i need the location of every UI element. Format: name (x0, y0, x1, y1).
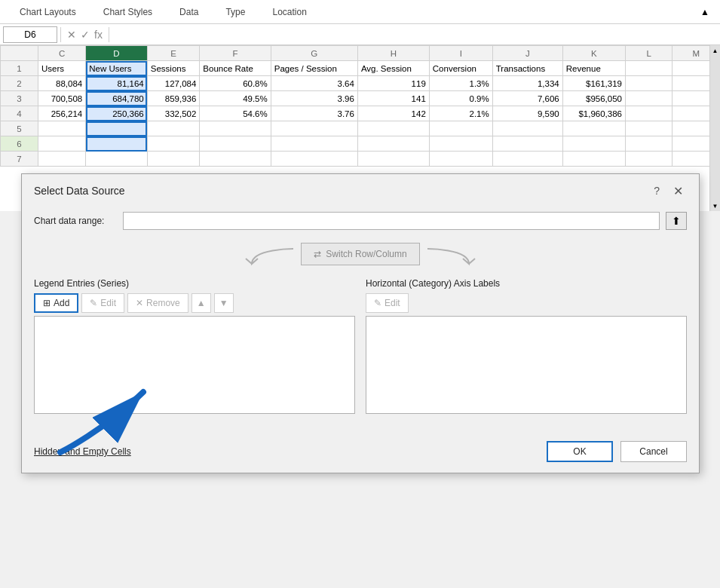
cell-D4[interactable]: 250,366 (86, 106, 148, 121)
cell-K2[interactable]: $161,319 (562, 76, 625, 91)
cancel-btn[interactable]: Cancel (620, 441, 687, 462)
cell-C5[interactable] (38, 121, 86, 136)
cell-J2[interactable]: 1,334 (492, 76, 562, 91)
ribbon-chart-styles[interactable]: Chart Styles (90, 0, 166, 24)
cell-I7[interactable] (429, 152, 492, 167)
cell-D7[interactable] (86, 152, 148, 167)
ribbon-type[interactable]: Type (212, 0, 259, 24)
series-move-up-btn[interactable]: ▲ (191, 293, 211, 313)
cell-G6[interactable] (271, 136, 357, 152)
scroll-down-btn[interactable]: ▼ (710, 201, 720, 211)
legend-entries-list[interactable] (34, 316, 355, 414)
cell-F4[interactable]: 54.6% (200, 106, 271, 121)
cell-K5[interactable] (562, 121, 625, 136)
cell-K1[interactable]: Revenue (562, 61, 625, 76)
remove-series-btn[interactable]: ✕ Remove (127, 293, 188, 313)
ok-btn[interactable]: OK (547, 441, 613, 462)
cell-F2[interactable]: 60.8% (200, 76, 271, 91)
cell-E5[interactable] (147, 121, 200, 136)
edit-axis-btn[interactable]: ✎ Edit (366, 293, 409, 313)
cell-E2[interactable]: 127,084 (147, 76, 200, 91)
ribbon-location[interactable]: Location (259, 0, 320, 24)
cell-I5[interactable] (429, 121, 492, 136)
cell-G3[interactable]: 3.96 (271, 91, 357, 106)
cell-D1[interactable]: New Users (86, 61, 148, 76)
ribbon-data[interactable]: Data (166, 0, 212, 24)
cell-I2[interactable]: 1.3% (429, 76, 492, 91)
cell-reference-input[interactable] (3, 26, 57, 43)
cell-C1[interactable]: Users (38, 61, 86, 76)
cell-H6[interactable] (357, 136, 429, 152)
cell-K4[interactable]: $1,960,386 (562, 106, 625, 121)
cell-F7[interactable] (200, 152, 271, 167)
formula-input[interactable] (112, 26, 717, 43)
cell-G4[interactable]: 3.76 (271, 106, 357, 121)
cell-H7[interactable] (357, 152, 429, 167)
ribbon-collapse-btn[interactable]: ▲ (696, 3, 714, 21)
cell-L1[interactable] (625, 61, 673, 76)
cell-F6[interactable] (200, 136, 271, 152)
cell-G5[interactable] (271, 121, 357, 136)
cell-I1[interactable]: Conversion (429, 61, 492, 76)
cell-I4[interactable]: 2.1% (429, 106, 492, 121)
cell-L6[interactable] (625, 136, 673, 152)
cell-J4[interactable]: 9,590 (492, 106, 562, 121)
cell-E1[interactable]: Sessions (147, 61, 200, 76)
col-header-C[interactable]: C (38, 46, 86, 61)
ribbon-chart-layouts[interactable]: Chart Layouts (6, 0, 90, 24)
cell-D3[interactable]: 684,780 (86, 91, 148, 106)
edit-series-btn[interactable]: ✎ Edit (81, 293, 124, 313)
cell-F3[interactable]: 49.5% (200, 91, 271, 106)
cell-C2[interactable]: 88,084 (38, 76, 86, 91)
dialog-help-btn[interactable]: ? (654, 185, 660, 197)
chart-range-input[interactable] (123, 212, 660, 230)
confirm-formula-icon[interactable]: ✓ (81, 29, 90, 41)
cell-H5[interactable] (357, 121, 429, 136)
cancel-formula-icon[interactable]: ✕ (67, 29, 76, 41)
cell-D2[interactable]: 81,164 (86, 76, 148, 91)
cell-H4[interactable]: 142 (357, 106, 429, 121)
axis-labels-list[interactable] (366, 316, 687, 414)
cell-H2[interactable]: 119 (357, 76, 429, 91)
cell-K6[interactable] (562, 136, 625, 152)
cell-L7[interactable] (625, 152, 673, 167)
col-header-K[interactable]: K (562, 46, 625, 61)
col-header-H[interactable]: H (357, 46, 429, 61)
hidden-empty-cells-btn[interactable]: Hidden and Empty Cells (34, 446, 131, 457)
col-header-L[interactable]: L (625, 46, 673, 61)
cell-D6[interactable] (86, 136, 148, 152)
col-header-I[interactable]: I (429, 46, 492, 61)
fx-icon[interactable]: fx (94, 29, 103, 41)
cell-G2[interactable]: 3.64 (271, 76, 357, 91)
cell-C6[interactable] (38, 136, 86, 152)
cell-G7[interactable] (271, 152, 357, 167)
cell-D5[interactable] (86, 121, 148, 136)
switch-row-column-btn[interactable]: ⇄ Switch Row/Column (301, 243, 419, 265)
cell-J3[interactable]: 7,606 (492, 91, 562, 106)
cell-H3[interactable]: 141 (357, 91, 429, 106)
cell-C3[interactable]: 700,508 (38, 91, 86, 106)
col-header-J[interactable]: J (492, 46, 562, 61)
col-header-G[interactable]: G (271, 46, 357, 61)
cell-I6[interactable] (429, 136, 492, 152)
cell-K3[interactable]: $956,050 (562, 91, 625, 106)
add-series-btn[interactable]: ⊞ Add (34, 293, 78, 313)
cell-J5[interactable] (492, 121, 562, 136)
cell-F5[interactable] (200, 121, 271, 136)
vertical-scrollbar[interactable]: ▲ ▼ (709, 45, 720, 211)
col-header-E[interactable]: E (147, 46, 200, 61)
cell-E4[interactable]: 332,502 (147, 106, 200, 121)
cell-J7[interactable] (492, 152, 562, 167)
cell-E7[interactable] (147, 152, 200, 167)
cell-K7[interactable] (562, 152, 625, 167)
cell-L3[interactable] (625, 91, 673, 106)
series-move-down-btn[interactable]: ▼ (214, 293, 234, 313)
cell-C4[interactable]: 256,214 (38, 106, 86, 121)
cell-L4[interactable] (625, 106, 673, 121)
cell-E6[interactable] (147, 136, 200, 152)
cell-F1[interactable]: Bounce Rate (200, 61, 271, 76)
cell-C7[interactable] (38, 152, 86, 167)
chart-range-collapse-btn[interactable]: ⬆ (666, 212, 687, 230)
cell-G1[interactable]: Pages / Session (271, 61, 357, 76)
cell-J1[interactable]: Transactions (492, 61, 562, 76)
